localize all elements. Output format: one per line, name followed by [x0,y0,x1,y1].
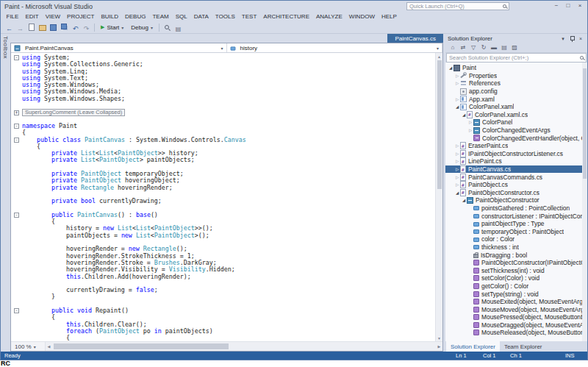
tree-item[interactable]: ▷PaintObject.cs [445,181,587,189]
types-dropdown[interactable]: Paint.PaintCanvas ▾ [11,43,227,52]
solution-search-box[interactable]: Search Solution Explorer (Ctrl+;) [446,53,587,63]
code-line[interactable] [22,102,435,109]
expand-arrow-icon[interactable]: ▷ [454,74,460,78]
scroll-right-icon[interactable]: ▶ [436,342,442,351]
menu-item-test[interactable]: TEST [238,12,259,21]
menu-item-project[interactable]: PROJECT [64,12,98,21]
expand-arrow-icon[interactable]: ▷ [467,120,473,124]
tree-item[interactable]: MouseReleased(object, MouseButtonEventAr… [445,329,587,337]
switch-views-button[interactable]: ⇄ [459,43,467,52]
save-button[interactable] [48,22,59,33]
fold-toggle-icon[interactable]: - [14,213,19,218]
fold-toggle-icon[interactable]: - [14,55,19,60]
expand-arrow-icon[interactable]: ▷ [454,159,460,163]
code-line[interactable]: this.Children.Add(hoveringRender); [22,274,435,280]
redo-button[interactable] [81,22,92,33]
open-folder-button[interactable] [37,22,48,33]
collapse-arrow-icon[interactable]: ◢ [454,190,460,195]
menu-item-architecture[interactable]: ARCHITECTURE [260,12,313,21]
tree-item[interactable]: setColor(Color) : void [445,274,587,282]
expand-arrow-icon[interactable]: ▷ [454,152,460,156]
tree-item[interactable]: ▷EraserPaint.cs [445,142,587,150]
tree-item[interactable]: color : Color [445,235,587,243]
scrollbar-thumb[interactable] [54,343,229,349]
code-line[interactable]: public class PaintCanvas : System.Window… [22,137,435,143]
window-position-menu-icon[interactable]: ▾ [559,35,567,43]
editor-horizontal-scrollbar[interactable]: ◀ ▶ [45,342,442,351]
home-button[interactable]: ⌂ [448,43,457,52]
collapse-arrow-icon[interactable]: ◢ [461,198,467,202]
fold-toggle-icon[interactable]: - [14,308,19,313]
scrollbar-thumb[interactable] [437,60,442,189]
code-line[interactable]: } [22,293,435,300]
code-line[interactable]: public PaintCanvas() : base() [22,212,435,218]
members-dropdown[interactable]: history ▾ [227,43,443,52]
save-all-button[interactable] [59,22,70,33]
editor-vertical-scrollbar[interactable]: ▲ ▼ [435,53,442,341]
menu-item-tools[interactable]: TOOLS [212,12,238,21]
tree-item[interactable]: pointsGathered : PointCollection [445,204,587,213]
expand-arrow-icon[interactable]: ▷ [454,81,460,85]
code-line[interactable]: private Rectangle hoveringRender; [22,185,435,191]
scroll-left-icon[interactable]: ◀ [46,342,52,351]
tree-item[interactable]: ◢PaintObjectConstructor [445,196,587,204]
menu-item-data[interactable]: DATA [190,12,212,21]
code-line[interactable]: foreach (PaintObject po in paintObjects) [22,328,435,335]
expand-arrow-icon[interactable]: ▷ [467,128,473,132]
menu-item-edit[interactable]: EDIT [22,12,42,21]
tree-item[interactable]: setType(string) : void [445,290,587,298]
menu-item-window[interactable]: WINDOW [345,12,378,21]
expand-arrow-icon[interactable]: ▷ [454,143,460,148]
navigate-backward-button[interactable] [4,22,15,33]
close-button[interactable]: × [574,1,586,10]
refresh-button[interactable]: ↻ [479,43,488,52]
tree-item[interactable]: setThickness(int) : void [445,266,587,274]
toolbox-tab[interactable]: Toolbox [1,34,10,352]
solution-configurations-dropdown[interactable]: Debug ▾ [127,24,157,31]
tree-item[interactable]: PaintObjectConstructor(IPaintObjectConst… [445,259,587,267]
tree-item[interactable]: thickness : int [445,243,587,252]
code-line[interactable]: paintObjects = new List<PaintObject>(); [22,232,435,239]
code-line[interactable]: SuperLongComment (Leave Collapsed) [22,109,435,115]
fold-toggle-icon[interactable]: - [14,124,19,129]
tree-vertical-scrollbar[interactable] [582,63,587,341]
tree-item[interactable]: ◢ColorPanel.xaml [445,103,587,111]
tree-item[interactable]: ▷References [445,79,587,88]
scrollbar-thumb[interactable] [583,68,587,179]
fold-toggle-icon[interactable]: + [14,110,19,115]
tree-item[interactable]: ColorChangedEventHandler(object, ColorCh… [445,134,587,142]
collapse-arrow-icon[interactable]: ◢ [461,113,467,117]
undo-button[interactable] [70,22,81,33]
tree-item[interactable]: ▷LinePaint.cs [445,157,587,165]
close-panel-button[interactable]: × [576,35,585,43]
code-line[interactable]: public void Repaint() [22,307,435,314]
menu-item-build[interactable]: BUILD [98,12,122,21]
filter-button[interactable]: ▽ [469,43,478,52]
code-line[interactable]: namespace Paint [22,123,435,129]
expand-arrow-icon[interactable]: ▷ [454,182,460,187]
code-line[interactable]: private List<PaintObject> paintObjects; [22,157,435,163]
minimize-button[interactable]: − [551,1,562,10]
code-line[interactable]: currentlyDrawing = false; [22,287,435,293]
scroll-down-icon[interactable]: ▼ [436,335,442,341]
tree-item[interactable]: MouseExited(object, MouseEventArgs) : vo… [445,298,587,306]
tree-item[interactable]: ▷IPaintObjectConstructorListener.cs [445,150,587,158]
tree-item[interactable]: temporaryObject : PaintObject [445,227,587,235]
tree-item[interactable]: getColor() : Color [445,282,587,291]
menu-item-debug[interactable]: DEBUG [122,12,149,21]
expand-arrow-icon[interactable]: ▷ [454,167,460,171]
tree-item[interactable]: MousePressed(object, MouseButtonEventArg… [445,313,587,321]
tree-item[interactable]: ◢Paint [445,64,587,72]
quick-launch-box[interactable]: Quick Launch (Ctrl+Q) [406,2,509,10]
properties-button[interactable]: ▨ [510,43,519,52]
tree-item[interactable]: ▷Properties [445,72,587,80]
code-line[interactable] [22,116,435,123]
maximize-button[interactable]: □ [562,1,574,10]
collapse-all-button[interactable]: ▬ [490,43,498,52]
start-debugging-button[interactable]: ▶ Start ▾ [97,24,127,31]
show-all-files-button[interactable]: ▤ [500,43,509,52]
title-bar[interactable]: Paint - Microsoft Visual Studio Quick La… [1,1,587,12]
code-line[interactable]: private bool currentlyDrawing; [22,198,435,204]
collapsed-region[interactable]: SuperLongComment (Leave Collapsed) [22,109,125,116]
collapse-arrow-icon[interactable]: ◢ [454,104,460,109]
